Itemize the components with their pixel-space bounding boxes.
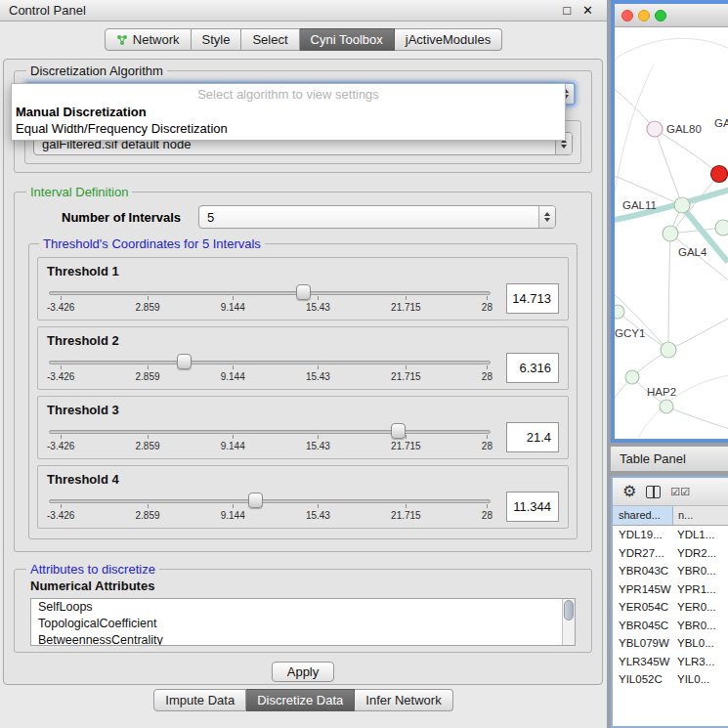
network-node[interactable] <box>661 342 676 358</box>
column-header-shared-name[interactable]: shared... <box>613 506 673 525</box>
tab-infer-network[interactable]: Infer Network <box>355 689 452 711</box>
network-node[interactable] <box>625 370 639 384</box>
network-node-selected[interactable] <box>711 166 728 183</box>
cell[interactable]: YPR1... <box>673 583 728 595</box>
column-header-name[interactable]: n... <box>673 506 728 525</box>
cell[interactable]: YDR2... <box>673 547 728 559</box>
tab-cyni-toolbox[interactable]: Cyni Toolbox <box>300 28 395 51</box>
tick-label: -3.426 <box>47 441 74 451</box>
dropdown-option-manual-discretization[interactable]: Manual Discretization <box>12 104 565 120</box>
cell[interactable]: YBL079W <box>613 637 673 649</box>
network-canvas[interactable]: GAL80 GA GAL11 GAL4 GCY1 HAP2 <box>615 27 728 438</box>
tick-label: 9.144 <box>221 441 245 451</box>
list-item[interactable]: SelfLoops <box>31 599 575 616</box>
apply-button[interactable]: Apply <box>272 662 334 682</box>
tab-jactivemodules[interactable]: jActiveModules <box>395 28 502 51</box>
network-edge <box>634 375 728 438</box>
table-row[interactable]: YBL079WYBL0... <box>613 634 728 653</box>
cell[interactable]: YIL052C <box>613 673 673 685</box>
number-of-intervals-label: Number of Intervals <box>62 210 181 225</box>
threshold-slider-1[interactable]: -3.426 2.859 9.144 15.43 21.715 28 <box>47 279 492 317</box>
minimize-traffic-icon[interactable] <box>638 10 650 21</box>
tab-select[interactable]: Select <box>241 28 299 51</box>
select-columns-icon[interactable]: ☑☑ <box>670 486 690 498</box>
slider-thumb[interactable] <box>296 284 311 300</box>
columns-icon[interactable] <box>646 486 661 498</box>
threshold-value-field-4[interactable]: 11.344 <box>506 492 559 522</box>
threshold-value-field-2[interactable]: 6.316 <box>506 353 559 383</box>
cell[interactable]: YBR045C <box>613 620 673 631</box>
node-label: GAL11 <box>622 199 657 211</box>
cell[interactable]: YDL1... <box>673 529 728 540</box>
slider-track[interactable] <box>49 430 491 434</box>
dropdown-option-equal-width-frequency[interactable]: Equal Width/Frequency Discretization <box>12 120 565 137</box>
threshold-label: Threshold 3 <box>47 403 559 417</box>
network-edge <box>615 86 655 129</box>
tab-discretize-data[interactable]: Discretize Data <box>246 689 355 711</box>
tick-label: 15.43 <box>306 371 330 382</box>
cell[interactable]: YLR3... <box>673 656 728 667</box>
control-panel-titlebar: Control Panel □ ✕ <box>0 0 607 21</box>
control-panel-window: Control Panel □ ✕ Network Style Select <box>0 0 607 728</box>
cell[interactable]: YBR0... <box>673 565 728 577</box>
table-row[interactable]: YDL19...YDL1... <box>613 526 728 544</box>
table-row[interactable]: YBR043CYBR0... <box>613 562 728 580</box>
zoom-traffic-icon[interactable] <box>655 10 666 21</box>
number-of-intervals-row: Number of Intervals 5 <box>62 205 556 229</box>
network-view-window: GAL80 GA GAL11 GAL4 GCY1 HAP2 <box>611 0 728 443</box>
threshold-slider-4[interactable]: -3.426 2.859 9.144 15.43 21.715 28 <box>47 488 492 525</box>
close-traffic-icon[interactable] <box>621 10 633 21</box>
close-icon[interactable]: ✕ <box>582 4 593 17</box>
tab-style[interactable]: Style <box>192 28 242 51</box>
network-node[interactable] <box>660 400 673 413</box>
network-node[interactable] <box>674 197 690 213</box>
slider-track[interactable] <box>49 291 491 295</box>
threshold-value-field-1[interactable]: 14.713 <box>506 283 559 314</box>
cell[interactable]: YIL0... <box>673 673 728 685</box>
float-window-icon[interactable]: □ <box>563 4 571 17</box>
network-node[interactable] <box>663 226 678 241</box>
table-row[interactable]: YIL052CYIL0... <box>613 670 728 689</box>
threshold-value-field-3[interactable]: 21.4 <box>506 422 559 452</box>
list-item[interactable]: BetweennessCentrality <box>31 632 575 646</box>
threshold-slider-3[interactable]: -3.426 2.859 9.144 15.43 21.715 28 <box>47 418 492 455</box>
cell[interactable]: YDL19... <box>613 529 673 540</box>
network-node[interactable] <box>615 305 624 319</box>
gear-icon[interactable]: ⚙ <box>622 484 636 499</box>
network-node[interactable] <box>647 121 663 137</box>
slider-thumb[interactable] <box>248 492 263 508</box>
slider-track[interactable] <box>49 361 491 364</box>
slider-track[interactable] <box>49 499 491 503</box>
network-edge <box>655 129 682 205</box>
scrollbar-thumb[interactable] <box>564 600 574 621</box>
table-row[interactable]: YPR145WYPR1... <box>613 580 728 599</box>
tab-impute-data[interactable]: Impute Data <box>153 689 246 711</box>
table-row[interactable]: YBR045CYBR0... <box>613 617 728 635</box>
chevron-up-icon <box>544 212 550 216</box>
tick-label: 21.715 <box>391 371 421 382</box>
network-node[interactable] <box>715 220 728 236</box>
table-row[interactable]: YER054CYER0... <box>613 598 728 617</box>
cell[interactable]: YER054C <box>613 601 673 613</box>
combobox-stepper[interactable] <box>538 206 555 228</box>
cell[interactable]: YER0... <box>673 601 728 613</box>
cell[interactable]: YBR0... <box>673 620 728 631</box>
threshold-slider-2[interactable]: -3.426 2.859 9.144 15.43 21.715 28 <box>47 349 492 386</box>
slider-thumb[interactable] <box>177 354 192 369</box>
table-row[interactable]: YLR345WYLR3... <box>613 653 728 671</box>
number-of-intervals-combobox[interactable]: 5 <box>198 205 556 229</box>
node-label: GA <box>714 117 728 129</box>
table-row[interactable]: YDR27...YDR2... <box>613 544 728 563</box>
list-scrollbar[interactable] <box>562 599 575 645</box>
cell[interactable]: YBR043C <box>613 565 673 577</box>
node-label: GCY1 <box>615 327 645 339</box>
group-title: Discretization Algorithm <box>26 64 167 78</box>
cell[interactable]: YBL0... <box>673 637 728 649</box>
combobox-value: 5 <box>207 210 214 225</box>
cell[interactable]: YDR27... <box>613 547 673 559</box>
tab-network[interactable]: Network <box>105 28 192 51</box>
list-item[interactable]: TopologicalCoefficient <box>31 616 575 632</box>
cell[interactable]: YLR345W <box>613 656 673 667</box>
slider-thumb[interactable] <box>391 423 406 439</box>
cell[interactable]: YPR145W <box>613 583 673 595</box>
